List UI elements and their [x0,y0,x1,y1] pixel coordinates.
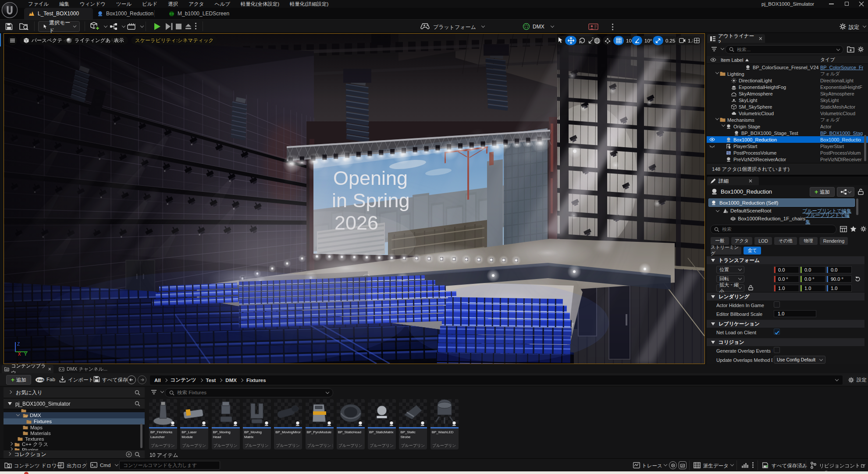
svg-text:X: X [18,352,21,356]
svg-text:Z: Z [17,342,20,347]
svg-text:FAB: FAB [37,378,44,382]
svg-text:Y: Y [24,352,27,356]
